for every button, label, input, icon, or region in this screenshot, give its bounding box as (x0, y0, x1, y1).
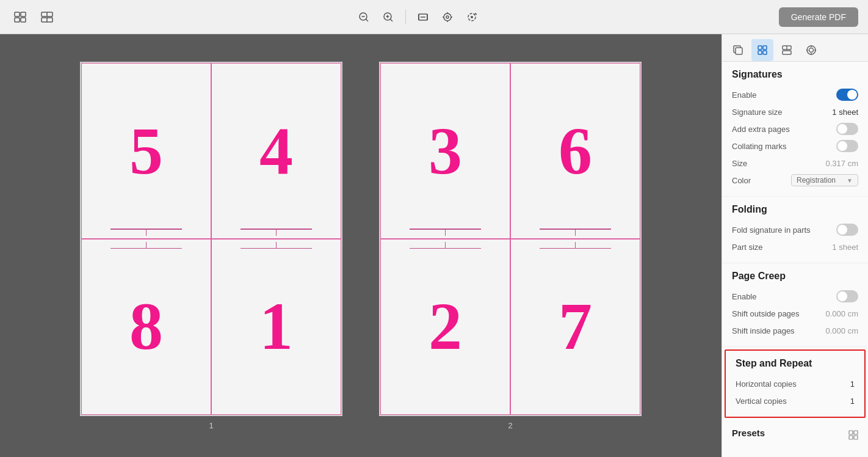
vertical-copies-value: 1 (850, 397, 855, 406)
page-creep-enable-toggle[interactable] (836, 290, 858, 302)
sheets-container: 5 4 (80, 62, 642, 430)
step-and-repeat-section: Step and Repeat Horizontal copies 1 Vert… (725, 349, 866, 418)
sheet-1: 5 4 (80, 62, 342, 416)
add-extra-pages-row: Add extra pages (732, 120, 858, 137)
svg-point-36 (809, 48, 814, 53)
tab-grid[interactable] (751, 39, 773, 61)
fold-tick-2 (445, 242, 446, 248)
toolbar-left (10, 7, 57, 27)
fold-tick-5 (146, 230, 147, 236)
page-cell-7: 7 (510, 239, 640, 415)
svg-point-26 (471, 16, 473, 18)
page-num-8: 8 (129, 249, 163, 404)
part-size-label: Part size (732, 243, 763, 252)
signatures-size-value: 1 sheet (832, 108, 858, 117)
page-num-1: 1 (259, 249, 293, 404)
svg-rect-31 (763, 51, 767, 54)
page-num-4: 4 (259, 73, 293, 229)
shift-outside-value: 0.000 cm (826, 309, 858, 318)
layout-rows-button[interactable] (10, 7, 31, 27)
svg-point-20 (446, 16, 449, 18)
collating-marks-toggle[interactable] (836, 140, 858, 152)
layout-cols-button[interactable] (37, 7, 57, 27)
svg-line-10 (366, 19, 368, 21)
fold-signature-row: Fold signature in parts (732, 221, 858, 238)
signatures-enable-toggle[interactable] (836, 89, 858, 101)
sheet-2-wrapper: 3 6 (379, 62, 642, 430)
tab-target[interactable] (800, 39, 822, 61)
toolbar-divider (405, 10, 406, 24)
sheet-2: 3 6 (379, 62, 642, 416)
fold-tick-3 (445, 230, 446, 236)
page-creep-section: Page Creep Enable Shift outside pages 0.… (722, 263, 868, 347)
shift-inside-row: Shift inside pages 0.000 cm (732, 322, 858, 339)
fit-width-button[interactable] (413, 7, 433, 27)
page-cell-4: 4 (211, 63, 341, 239)
fold-tick-1 (276, 242, 277, 248)
fold-mark-7 (511, 239, 640, 249)
part-size-row: Part size 1 sheet (732, 238, 858, 255)
color-select-arrow-icon: ▼ (847, 177, 853, 184)
tab-layout[interactable] (776, 39, 798, 61)
fold-mark-1 (212, 239, 341, 249)
page-cell-2: 2 (380, 239, 510, 415)
toolbar-right: Generate PDF (779, 7, 858, 27)
vertical-copies-label: Vertical copies (736, 397, 787, 406)
page-creep-enable-row: Enable (732, 288, 858, 305)
shift-inside-value: 0.000 cm (826, 326, 858, 335)
horizontal-copies-label: Horizontal copies (736, 379, 797, 389)
zoom-in-button[interactable] (378, 7, 398, 27)
svg-rect-44 (854, 436, 858, 439)
fold-signature-toggle[interactable] (836, 224, 858, 236)
sheet-1-wrapper: 5 4 (80, 62, 342, 430)
svg-rect-42 (854, 431, 858, 434)
signatures-section: Signatures Enable Signature size 1 sheet… (722, 62, 868, 197)
add-extra-pages-toggle[interactable] (836, 123, 858, 135)
panel-tabs (722, 34, 868, 62)
main: 5 4 (0, 34, 868, 457)
shift-outside-row: Shift outside pages 0.000 cm (732, 305, 858, 322)
folding-section: Folding Fold signature in parts Part siz… (722, 197, 868, 263)
fold-mark-8 (82, 239, 211, 249)
fold-mark-5 (82, 228, 211, 238)
size-row: Size 0.317 cm (732, 155, 858, 172)
rotate-button[interactable] (462, 7, 482, 27)
svg-rect-1 (21, 12, 26, 16)
page-num-7: 7 (559, 249, 592, 404)
svg-rect-27 (736, 48, 742, 54)
step-and-repeat-title: Step and Repeat (736, 358, 855, 369)
page-num-5: 5 (129, 73, 163, 229)
svg-rect-3 (21, 18, 26, 22)
page-cell-6: 6 (510, 63, 640, 239)
page-cell-5: 5 (81, 63, 211, 239)
generate-pdf-button[interactable]: Generate PDF (779, 7, 858, 27)
canvas-area: 5 4 (0, 34, 722, 457)
fold-mark-2 (381, 239, 510, 249)
page-num-6: 6 (559, 73, 592, 229)
svg-rect-30 (758, 51, 762, 54)
signatures-enable-label: Enable (732, 90, 756, 100)
svg-point-35 (807, 46, 816, 54)
size-label: Size (732, 159, 747, 168)
size-value: 0.317 cm (826, 159, 858, 168)
svg-rect-28 (758, 46, 762, 49)
svg-rect-43 (849, 436, 853, 439)
collating-marks-row: Collating marks (732, 137, 858, 155)
signatures-size-row: Signature size 1 sheet (732, 103, 858, 120)
fold-mark-4 (212, 228, 341, 238)
fold-signature-label: Fold signature in parts (732, 225, 811, 235)
fold-tick-7 (575, 242, 576, 248)
right-panel: Signatures Enable Signature size 1 sheet… (722, 34, 868, 457)
zoom-out-button[interactable] (354, 7, 374, 27)
horizontal-copies-value: 1 (850, 379, 855, 389)
color-select-dropdown[interactable]: Registration ▼ (791, 174, 858, 186)
toolbar: Generate PDF (0, 0, 868, 34)
fit-page-button[interactable] (438, 7, 457, 27)
signatures-size-label: Signature size (732, 108, 782, 117)
page-cell-3: 3 (380, 63, 510, 239)
svg-rect-0 (15, 12, 20, 16)
page-creep-title: Page Creep (732, 271, 858, 282)
page-num-3: 3 (429, 73, 462, 229)
tab-copy[interactable] (727, 39, 749, 61)
signatures-enable-row: Enable (732, 86, 858, 103)
